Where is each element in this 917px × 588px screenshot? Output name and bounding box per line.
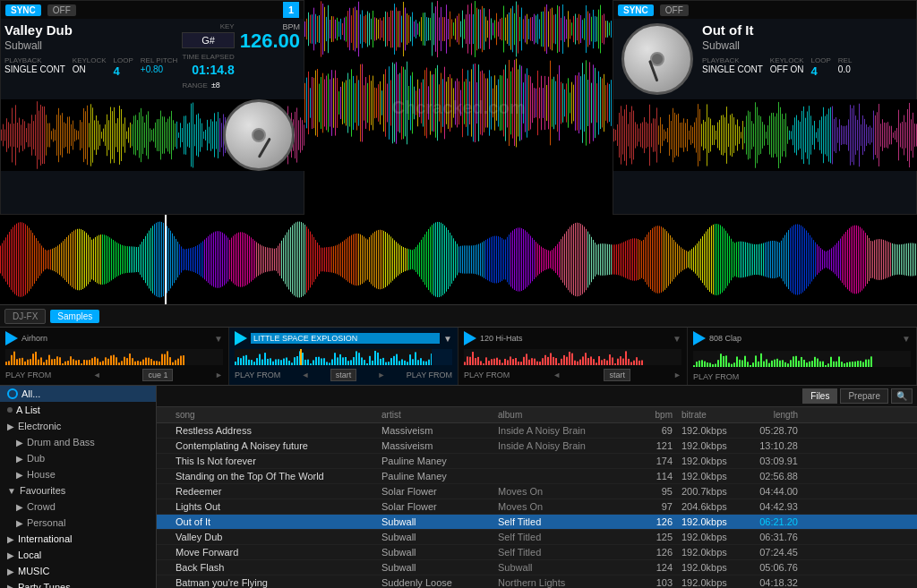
sidebar-item-personal[interactable]: ▶ Personal [0,515,156,531]
track-row-4[interactable]: Redeemer Solar Flower Moves On 95 200.7k… [157,484,917,499]
col-bitrate-header[interactable]: bitrate [677,410,744,420]
col-song-header[interactable]: song [171,410,377,420]
track-album-7: Self Titled [493,532,637,542]
track-artist-1: Massiveism [377,440,493,451]
pad3-nav-left[interactable]: ◄ [553,371,561,379]
pad1-dropdown-icon[interactable]: ▼ [214,334,223,344]
track-artist-10: Suddenly Loose [377,577,493,588]
sidebar-item-music[interactable]: ▶ MUSIC [0,563,156,579]
track-length-0: 05:28.70 [744,425,802,436]
track-length-3: 02:56.88 [744,471,802,481]
left-rel-pitch-value: +0.80 [141,64,163,74]
track-song-6: Out of It [171,516,377,527]
sidebar-item-favourites[interactable]: ▼ Favourites [0,482,156,499]
sidebar-item-dub[interactable]: ▶ Dub [0,450,156,466]
col-artist-header[interactable]: artist [377,410,493,420]
pad2-name: LITTLE SPACE EXPLOSION [251,333,440,344]
sidebar-item-all[interactable]: All... [0,386,156,402]
track-artist-3: Pauline Maney [377,471,493,481]
left-artist-name: Subwall [4,39,177,52]
pad4-play-button[interactable] [693,331,706,345]
right-off-button[interactable]: OFF [660,4,689,16]
left-knob[interactable] [223,99,295,171]
pad3-name: 120 Hi-Hats [480,334,669,343]
right-playback-value: SINGLE CONT [702,64,763,74]
left-rel-pitch-label: REL PITCH [141,56,178,64]
dnb-chevron-icon: ▶ [16,438,23,447]
track-bitrate-6: 192.0kbps [677,516,744,527]
track-row-5[interactable]: Lights Out Solar Flower Moves On 97 204.… [157,499,917,515]
left-deck-main-area: Valley Dub Subwall PLAYBACK SINGLE CONT … [1,19,304,99]
pad4-name: 808 Clap [709,334,898,343]
right-sync-button[interactable]: SYNC [618,4,654,16]
right-loop-value: 4 [811,64,818,78]
track-bpm-8: 126 [637,547,677,558]
track-row-7[interactable]: Valley Dub Subwall Self Titled 125 192.0… [157,530,917,545]
sidebar-music-label: MUSIC [18,566,49,576]
left-bpm-area: KEY G# TIME ELAPSED 01:14.8 RANGE ±8 BPM… [182,22,300,96]
pad1-nav-left[interactable]: ◄ [93,371,101,379]
right-track-name: Out of It [702,22,913,38]
pad4-dropdown-icon[interactable]: ▼ [902,334,911,344]
track-length-2: 03:09.91 [744,456,802,466]
right-knob[interactable] [621,23,693,95]
sidebar-item-dnb[interactable]: ▶ Drum and Bass [0,434,156,450]
track-row-3[interactable]: Standing on the Top Of The World Pauline… [157,469,917,484]
left-track-name: Valley Dub [4,22,177,38]
left-keylock-value: ON [73,64,86,74]
track-bitrate-2: 192.0kbps [677,456,744,466]
sidebar-item-crowd[interactable]: ▶ Crowd [0,499,156,515]
sidebar-item-alist[interactable]: A List [0,402,156,418]
pad1-name: Airhorn [21,334,210,343]
track-row-2[interactable]: This Is Not forever Pauline Maney 174 19… [157,454,917,469]
right-artist-name: Subwall [702,39,913,52]
left-sync-button[interactable]: SYNC [5,4,41,16]
sidebar-item-party-tunes[interactable]: ▶ Party Tunes [0,579,156,588]
track-bpm-5: 97 [637,501,677,512]
col-album-header[interactable]: album [493,410,637,420]
alist-dot [7,407,13,413]
track-song-0: Restless Address [171,425,377,436]
sidebar-item-international[interactable]: ▶ International [0,531,156,547]
track-bpm-4: 95 [637,486,677,497]
pad3-play-button[interactable] [464,331,476,345]
track-row-1[interactable]: Contemplating A Noisey future Massiveism… [157,439,917,454]
track-bitrate-7: 192.0kbps [677,532,744,542]
track-row-0[interactable]: Restless Address Massiveism Inside A Noi… [157,423,917,439]
track-row-6[interactable]: Out of It Subwall Self Titled 126 192.0k… [157,515,917,530]
pad1-play-button[interactable] [5,331,18,345]
sidebar-dub-label: Dub [27,453,45,464]
track-row-9[interactable]: Back Flash Subwall Subwall 124 192.0kbps… [157,560,917,575]
left-deck-waveform [1,99,304,171]
track-row-10[interactable]: Batman you're Flying Suddenly Loose Nort… [157,575,917,588]
sidebar-personal-label: Personal [27,517,65,528]
left-playback-label: PLAYBACK [4,56,42,64]
col-bpm-header[interactable]: bpm [637,410,677,420]
track-bpm-0: 69 [637,425,677,436]
pad2-play-button[interactable] [235,331,247,345]
browser-section: All... A List ▶ Electronic ▶ Drum and Ba… [0,386,917,588]
left-loop-value: 4 [114,64,120,78]
pad3-nav-right[interactable]: ► [673,371,681,379]
app-container: SYNC OFF 1 Valley Dub Subwall PLAYBACK S… [0,0,917,588]
favourites-chevron-icon: ▼ [7,486,16,496]
pad2-nav-right[interactable]: ► [378,371,386,379]
pad2-nav-left[interactable]: ◄ [302,371,310,379]
pad2-dropdown-icon[interactable]: ▼ [443,334,452,344]
pad1-nav-right[interactable]: ► [215,371,223,379]
track-song-10: Batman you're Flying [171,577,377,588]
right-deck-params: PLAYBACK SINGLE CONT KEYLOCK OFF ON LOOP… [702,56,913,78]
sidebar-item-local[interactable]: ▶ Local [0,547,156,563]
track-bitrate-8: 192.0kbps [677,547,744,558]
track-row-8[interactable]: Move Forward Subwall Self Titled 126 192… [157,545,917,560]
prepare-button[interactable]: Prepare [840,388,888,404]
samples-button[interactable]: Samples [50,310,99,323]
pad3-dropdown-icon[interactable]: ▼ [673,334,681,344]
sidebar-item-electronic[interactable]: ▶ Electronic [0,418,156,434]
left-off-button[interactable]: OFF [47,4,76,16]
sidebar-item-house[interactable]: ▶ House [0,466,156,482]
files-button[interactable]: Files [802,388,837,404]
search-button[interactable]: 🔍 [891,388,913,404]
col-length-header[interactable]: length [744,410,802,420]
dj-fx-button[interactable]: DJ-FX [4,309,46,324]
